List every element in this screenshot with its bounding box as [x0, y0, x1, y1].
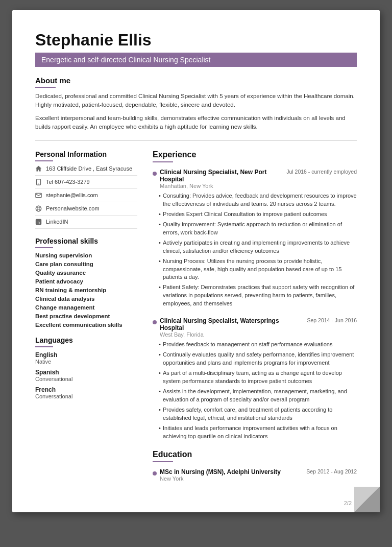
contact-address: 163 Cliffside Drive , East Syracuse — [35, 165, 137, 176]
skills-section: Professional skills Nursing supervisionC… — [35, 237, 137, 328]
about-divider — [35, 87, 56, 88]
language-name: French — [35, 386, 137, 393]
job-title: Clinical Nursing Specialist, New Port Ho… — [160, 169, 282, 183]
contact-linkedin: in LinkedIN — [35, 219, 137, 229]
contact-email: stephanie@ellis.com — [35, 192, 137, 202]
language-name: English — [35, 351, 137, 359]
about-para1: Dedicated, professional and committed Cl… — [35, 92, 357, 110]
email-icon — [35, 192, 42, 199]
job-bullet: Quality improvement: Systematic approach… — [160, 221, 357, 237]
about-title: About me — [35, 76, 357, 85]
job-bullet: Actively participates in creating and im… — [160, 239, 357, 255]
candidate-name: Stephanie Ellis — [35, 31, 357, 50]
svg-point-4 — [37, 206, 40, 211]
languages-section: Languages EnglishNativeSpanishConversati… — [35, 336, 137, 399]
svg-rect-2 — [36, 193, 41, 197]
skill-item: Change management — [35, 304, 137, 311]
edu-degree: MSc in Nursing (MSN), Adelphi University — [160, 468, 281, 475]
education-divider — [153, 461, 173, 462]
experience-section: Experience Clinical Nursing Specialist, … — [153, 150, 357, 441]
personal-title: Personal Information — [35, 150, 137, 158]
two-col-layout: Personal Information 163 Cliffside Drive… — [35, 150, 357, 482]
languages-list: EnglishNativeSpanishConversationalFrench… — [35, 351, 137, 399]
job-bullet: Provides safety, comfort care, and treat… — [160, 406, 357, 422]
skill-item: Quality assurance — [35, 270, 137, 276]
page-number: 2/2 — [344, 500, 352, 506]
skill-item: Excellent communication skills — [35, 322, 137, 328]
job-bullet: Continually evaluates quality and safety… — [160, 351, 357, 367]
about-para2: Excellent interpersonal and team-buildin… — [35, 114, 357, 132]
language-name: Spanish — [35, 369, 137, 376]
job-bullet: Patient Safety: Demonstrates practices t… — [160, 283, 357, 308]
right-column: Experience Clinical Nursing Specialist, … — [153, 150, 357, 482]
skill-item: Patient advocacy — [35, 278, 137, 284]
job-bullet: As part of a multi-disciplinary team, ac… — [160, 369, 357, 386]
svg-point-3 — [36, 206, 41, 211]
language-level: Conversational — [35, 376, 137, 382]
job-bullet: Consulting: Provides advice, feedback an… — [160, 192, 357, 208]
contact-phone: Tel 607-423-3279 — [35, 179, 137, 189]
edu-date: Sep 2012 - Aug 2012 — [306, 468, 357, 474]
job-bullet: Initiates and leads performance improvem… — [160, 424, 357, 441]
linkedin-text: LinkedIN — [46, 219, 68, 225]
education-section: Education MSc in Nursing (MSN), Adelphi … — [153, 450, 357, 482]
personal-section: Personal Information 163 Cliffside Drive… — [35, 150, 137, 229]
left-column: Personal Information 163 Cliffside Drive… — [35, 150, 137, 482]
phone-text: Tel 607-423-3279 — [46, 179, 90, 185]
address-text: 163 Cliffside Drive , East Syracuse — [46, 165, 132, 172]
languages-title: Languages — [35, 336, 137, 344]
skill-item: Nursing supervision — [35, 252, 137, 258]
experience-divider — [153, 161, 173, 162]
email-text: stephanie@ellis.com — [46, 192, 98, 198]
experience-entry: Clinical Nursing Specialist, New Port Ho… — [153, 169, 357, 308]
home-icon — [35, 165, 42, 172]
education-title: Education — [153, 450, 357, 459]
language-level: Native — [35, 359, 137, 365]
phone-icon — [35, 179, 42, 185]
skill-item: Best practise development — [35, 313, 137, 319]
education-list: MSc in Nursing (MSN), Adelphi University… — [153, 468, 357, 482]
personal-divider — [35, 160, 53, 161]
experience-title: Experience — [153, 150, 357, 159]
skills-title: Professional skills — [35, 237, 137, 245]
languages-divider — [35, 346, 53, 347]
education-entry: MSc in Nursing (MSN), Adelphi University… — [153, 468, 357, 482]
job-title: Clinical Nursing Specialist, Waterspring… — [160, 317, 303, 331]
skill-item: RN training & mentorship — [35, 287, 137, 293]
header-section: Stephanie Ellis Energetic and self-direc… — [35, 31, 357, 76]
candidate-title: Energetic and self-directed Clinical Nur… — [35, 53, 357, 67]
skills-divider — [35, 247, 53, 248]
job-date: Sep 2014 - Jun 2016 — [307, 317, 357, 323]
job-location: Manhattan, New York — [160, 183, 357, 189]
skill-item: Care plan consulting — [35, 261, 137, 267]
job-bullet: Provides Expert Clinical Consultation to… — [160, 210, 357, 219]
job-bullet: Assists in the development, implementati… — [160, 388, 357, 404]
skills-list: Nursing supervisionCare plan consultingQ… — [35, 252, 137, 328]
edu-location: New York — [160, 475, 357, 482]
globe-icon — [35, 205, 42, 212]
experience-list: Clinical Nursing Specialist, New Port Ho… — [153, 169, 357, 441]
job-location: West Bay, Florida — [160, 331, 357, 338]
experience-entry: Clinical Nursing Specialist, Waterspring… — [153, 317, 357, 440]
language-level: Conversational — [35, 393, 137, 399]
svg-point-1 — [38, 184, 39, 184]
linkedin-icon: in — [35, 219, 42, 225]
contact-website: Personalwebsite.com — [35, 205, 137, 216]
about-section: About me Dedicated, professional and com… — [35, 76, 357, 131]
skill-item: Clinical data analysis — [35, 296, 137, 302]
svg-text:in: in — [36, 220, 40, 225]
main-divider — [35, 140, 357, 141]
job-bullet: Nursing Process: Utilizes the nursing pr… — [160, 257, 357, 282]
job-date: Jul 2016 - currently employed — [286, 169, 357, 175]
job-bullet: Provides feedback to management on staff… — [160, 341, 357, 349]
website-text: Personalwebsite.com — [46, 205, 100, 211]
resume-page: Stephanie Ellis Energetic and self-direc… — [12, 10, 380, 512]
